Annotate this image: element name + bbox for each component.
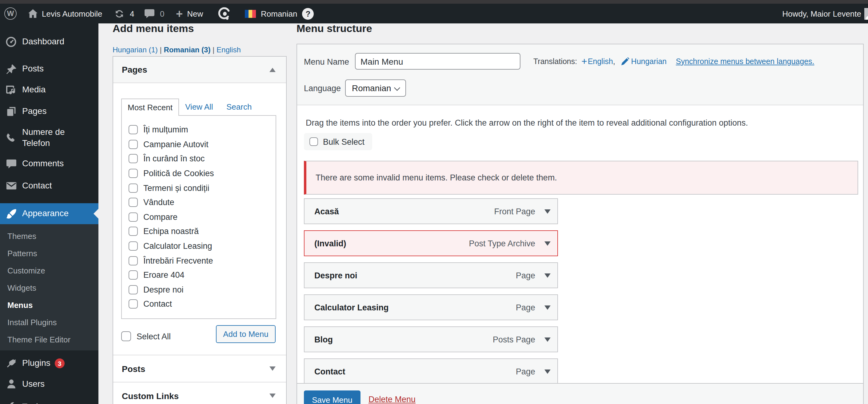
sidebar-item-label: Appearance	[22, 208, 96, 219]
custom-links-panel-header[interactable]: Custom Links	[113, 382, 286, 404]
menu-item-invalid[interactable]: (Invalid) Post Type Archive	[304, 230, 558, 256]
sidebar-item-plugins[interactable]: Plugins3	[0, 353, 98, 374]
language-label: Language	[304, 84, 341, 93]
new-content-menu[interactable]: + New	[176, 4, 203, 23]
page-checkbox[interactable]	[129, 241, 138, 251]
admin-sidebar: Dashboard Posts Media	[0, 23, 98, 404]
select-all-checkbox[interactable]	[121, 331, 131, 341]
language-switcher-menu[interactable]: Romanian ?	[245, 4, 314, 23]
submenu-item-install-plugins[interactable]: Install Plugins	[0, 314, 98, 331]
sidebar-item-dashboard[interactable]: Dashboard	[0, 31, 98, 52]
translations-comma: ,	[613, 57, 615, 65]
site-name-label: Levis Automobile	[42, 9, 102, 18]
sidebar-item-label: Media	[22, 85, 96, 95]
sidebar-item-posts[interactable]: Posts	[0, 58, 98, 80]
plus-icon: +	[176, 9, 183, 18]
add-to-menu-button[interactable]: Add to Menu	[216, 325, 276, 343]
submenu-item-theme-file-editor[interactable]: Theme File Editor	[0, 331, 98, 349]
avatar[interactable]	[864, 8, 868, 20]
sidebar-item-label: Tools	[22, 402, 96, 404]
page-checkbox[interactable]	[129, 212, 138, 222]
page-checkbox[interactable]	[129, 285, 138, 294]
pages-panel-header[interactable]: Pages	[113, 57, 286, 83]
menu-item-calculator-leasing[interactable]: Calculator Leasing Page	[304, 294, 558, 320]
sidebar-item-numere-de-telefon[interactable]: Numere de Telefon	[0, 122, 98, 154]
submenu-item-menus[interactable]: Menus	[0, 297, 98, 314]
wordpress-logo-menu[interactable]: W	[4, 4, 17, 23]
add-english-translation-link[interactable]: English	[588, 57, 613, 65]
page-checkbox[interactable]	[129, 125, 138, 135]
sidebar-item-appearance[interactable]: Appearance	[0, 203, 98, 224]
submenu-item-themes[interactable]: Themes	[0, 228, 98, 245]
posts-panel-header[interactable]: Posts	[113, 355, 286, 382]
filter-hungarian-link[interactable]: Hungarian (1)	[113, 46, 158, 54]
item-options-arrow-icon[interactable]	[545, 337, 551, 342]
page-label: Politică de Cookies	[143, 169, 214, 178]
page-checkbox[interactable]	[129, 154, 138, 164]
item-options-arrow-icon[interactable]	[545, 369, 551, 374]
tab-view-all[interactable]: View All	[185, 98, 213, 116]
page-label: Campanie Autovit	[143, 140, 209, 149]
item-options-arrow-icon[interactable]	[545, 305, 551, 310]
page-label: Echipa noastră	[143, 227, 199, 236]
chevron-down-icon	[394, 85, 400, 91]
invalid-items-notice: There are some invalid menu items. Pleas…	[304, 161, 858, 195]
submenu-item-patterns[interactable]: Patterns	[0, 245, 98, 262]
drag-hint-text: Drag the items into the order you prefer…	[306, 118, 748, 127]
submenu-item-widgets[interactable]: Widgets	[0, 280, 98, 297]
page-label: Compare	[143, 212, 178, 222]
page-checkbox-row: În curând în stoc	[122, 151, 276, 166]
updates-menu[interactable]: 4	[115, 4, 134, 23]
menu-footer: Save Menu Delete Menu	[297, 383, 863, 404]
sidebar-item-contact[interactable]: Contact	[0, 175, 98, 196]
language-select[interactable]: Romanian	[345, 80, 406, 97]
tab-search[interactable]: Search	[226, 98, 252, 116]
menu-name-input[interactable]	[355, 53, 521, 69]
delete-menu-link[interactable]: Delete Menu	[369, 395, 415, 404]
filter-separator: |	[213, 46, 214, 54]
save-menu-button[interactable]: Save Menu	[304, 391, 361, 404]
sidebar-item-media[interactable]: Media	[0, 80, 98, 100]
account-menu[interactable]: Howdy, Maior Levente	[782, 4, 861, 23]
wordpress-logo-icon: W	[4, 7, 17, 20]
submenu-item-customize[interactable]: Customize	[0, 262, 98, 280]
sidebar-item-comments[interactable]: Comments	[0, 153, 98, 174]
page-checkbox[interactable]	[129, 227, 138, 236]
sidebar-item-pages[interactable]: Pages	[0, 101, 98, 122]
page-checkbox[interactable]	[129, 183, 138, 193]
item-options-arrow-icon[interactable]	[545, 209, 551, 213]
page-checkbox[interactable]	[129, 198, 138, 207]
synchronize-menus-link[interactable]: Synchronize menus between languages.	[676, 57, 814, 65]
tools-icon	[5, 401, 17, 404]
comments-menu[interactable]: 0	[145, 4, 164, 23]
page-checkbox[interactable]	[129, 140, 138, 149]
menu-item-type: Page	[516, 303, 535, 312]
page-checkbox[interactable]	[129, 169, 138, 178]
posts-panel-title: Posts	[122, 364, 145, 374]
sidebar-item-tools[interactable]: Tools	[0, 397, 98, 404]
plugin-shortcut-menu[interactable]	[218, 4, 231, 23]
bulk-select-checkbox[interactable]	[309, 137, 318, 146]
menu-item-blog[interactable]: Blog Posts Page	[304, 326, 558, 352]
site-name-menu[interactable]: Levis Automobile	[28, 4, 102, 23]
wordpress-admin-menus-page: W Levis Automobile 4 0	[0, 0, 868, 404]
menu-item-despre-noi[interactable]: Despre noi Page	[304, 262, 558, 288]
pages-icon	[5, 105, 17, 117]
tab-most-recent[interactable]: Most Recent	[121, 98, 179, 116]
menu-item-label: Acasă	[314, 207, 339, 216]
item-options-arrow-icon[interactable]	[545, 273, 551, 278]
pushpin-icon	[5, 63, 17, 75]
item-options-arrow-icon[interactable]	[545, 241, 551, 246]
help-icon[interactable]: ?	[302, 8, 314, 20]
menu-item-contact[interactable]: Contact Page	[304, 358, 558, 384]
page-checkbox[interactable]	[129, 256, 138, 265]
filter-english-link[interactable]: English	[217, 46, 241, 54]
add-menu-items-title: Add menu items	[113, 23, 194, 35]
menu-item-type: Page	[516, 271, 535, 280]
edit-hungarian-translation-link[interactable]: Hungarian	[631, 57, 666, 65]
sidebar-item-users[interactable]: Users	[0, 374, 98, 395]
sidebar-item-label: Plugins3	[22, 358, 96, 369]
page-checkbox[interactable]	[129, 299, 138, 309]
menu-item-acasa[interactable]: Acasă Front Page	[304, 198, 558, 224]
page-checkbox[interactable]	[129, 270, 138, 280]
